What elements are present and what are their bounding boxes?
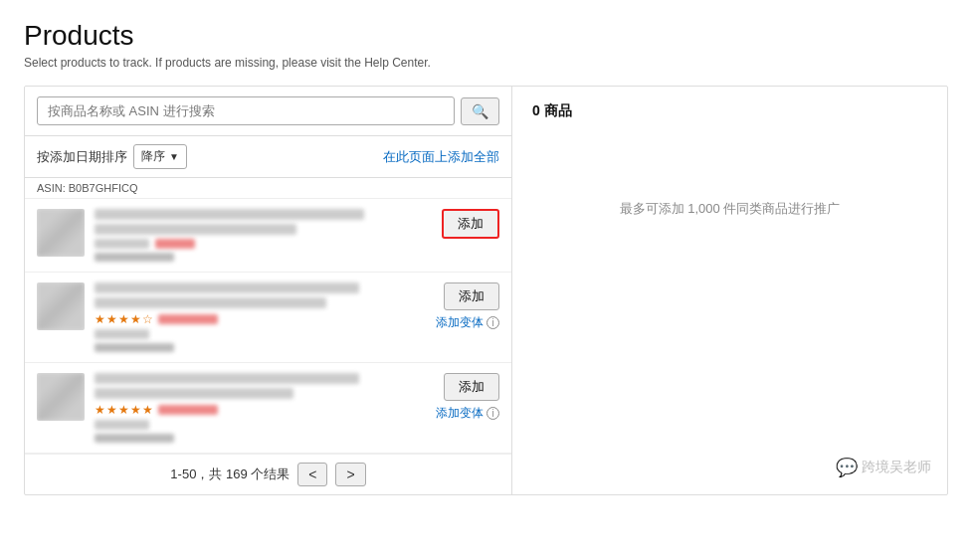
add-variant-link-3[interactable]: 添加变体 i xyxy=(436,405,499,422)
product-count: 0 商品 xyxy=(532,102,927,120)
sort-label: 按添加日期排序 xyxy=(37,148,127,166)
product-thumbnail xyxy=(37,373,85,421)
pagination-prev[interactable]: < xyxy=(297,463,327,486)
pagination-bar: 1-50，共 169 个结果 < > xyxy=(25,454,511,494)
watermark-text: 跨境吴老师 xyxy=(862,459,931,476)
price-tag2 xyxy=(155,239,195,249)
list-item: ★★★★☆ 添加 添加变体 i xyxy=(25,273,511,363)
rating-row: ★★★★★ xyxy=(95,403,426,417)
sort-dropdown[interactable]: 降序 ▼ xyxy=(133,144,187,169)
list-item: 添加 xyxy=(25,199,511,273)
add-button-1[interactable]: 添加 xyxy=(442,209,499,239)
price-row xyxy=(95,420,426,430)
product-title-blur xyxy=(95,282,359,293)
search-icon: 🔍 xyxy=(472,103,488,119)
page-subtitle: Select products to track. If products ar… xyxy=(24,56,948,70)
product-info: ★★★★☆ xyxy=(95,282,426,352)
right-panel: 0 商品 最多可添加 1,000 件同类商品进行推广 💬 跨境吴老师 xyxy=(512,87,947,494)
add-button-2[interactable]: 添加 xyxy=(444,282,499,310)
watermark: 💬 跨境吴老师 xyxy=(836,457,931,478)
sort-order-label: 降序 xyxy=(141,148,165,165)
product-thumbnail xyxy=(37,282,85,330)
pagination-info: 1-50，共 169 个结果 xyxy=(170,466,290,483)
asin-blur xyxy=(95,434,174,443)
product-title-blur-2 xyxy=(95,297,326,308)
right-notice: 最多可添加 1,000 件同类商品进行推广 xyxy=(532,200,927,218)
info-icon: i xyxy=(486,316,499,329)
asin-blur xyxy=(95,343,174,352)
product-actions: 添加 xyxy=(442,209,499,239)
page-title: Products xyxy=(24,20,948,52)
watermark-icon: 💬 xyxy=(836,457,858,478)
product-title-blur xyxy=(95,373,359,384)
list-item: ★★★★★ 添加 添加变体 i xyxy=(25,363,511,454)
product-info xyxy=(95,209,432,262)
main-layout: 🔍 按添加日期排序 降序 ▼ 在此页面上添加全部 ASIN: B0B7GHFIC… xyxy=(24,86,948,495)
add-button-3[interactable]: 添加 xyxy=(444,373,499,401)
price-tag xyxy=(95,420,149,430)
product-info: ★★★★★ xyxy=(95,373,426,443)
rating-blur xyxy=(158,314,218,324)
pagination-next[interactable]: > xyxy=(335,463,365,486)
search-input[interactable] xyxy=(37,96,455,125)
asin-hint: ASIN: B0B7GHFICQ xyxy=(25,178,511,199)
price-row xyxy=(95,239,432,249)
rating-row: ★★★★☆ xyxy=(95,312,426,326)
price-tag xyxy=(95,329,149,339)
price-tag xyxy=(95,239,149,249)
price-row xyxy=(95,329,426,339)
star-rating: ★★★★★ xyxy=(95,403,154,417)
product-title-blur-2 xyxy=(95,388,293,399)
filter-bar: 按添加日期排序 降序 ▼ 在此页面上添加全部 xyxy=(25,136,511,178)
rating-blur xyxy=(158,405,218,415)
star-rating: ★★★★☆ xyxy=(95,312,154,326)
left-panel: 🔍 按添加日期排序 降序 ▼ 在此页面上添加全部 ASIN: B0B7GHFIC… xyxy=(25,87,512,494)
product-list: 添加 ★★★★☆ xyxy=(25,199,511,454)
filter-left: 按添加日期排序 降序 ▼ xyxy=(37,144,187,169)
search-button[interactable]: 🔍 xyxy=(461,97,499,125)
product-title-blur-2 xyxy=(95,224,296,235)
info-icon: i xyxy=(486,407,499,420)
search-bar: 🔍 xyxy=(25,87,511,136)
product-thumbnail xyxy=(37,209,85,257)
chevron-down-icon: ▼ xyxy=(169,151,179,162)
add-variant-link-2[interactable]: 添加变体 i xyxy=(436,314,499,331)
product-title-blur xyxy=(95,209,364,220)
asin-blur xyxy=(95,253,174,262)
product-actions: 添加 添加变体 i xyxy=(436,373,499,422)
add-all-link[interactable]: 在此页面上添加全部 xyxy=(383,148,499,166)
product-actions: 添加 添加变体 i xyxy=(436,282,499,331)
